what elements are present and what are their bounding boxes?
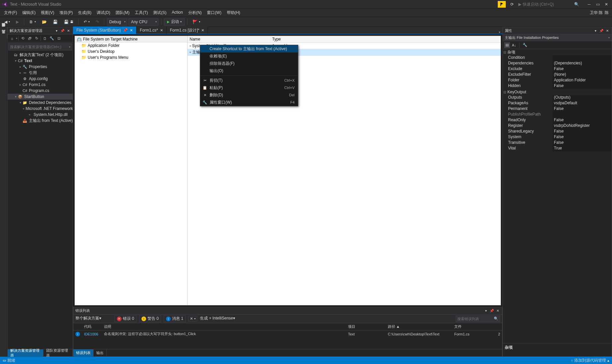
fs-folder[interactable]: 📁User's Programs Menu: [75, 54, 187, 60]
error-col[interactable]: 路径 ▲: [386, 323, 452, 330]
prop-row[interactable]: Dependencies(Dependencies): [503, 61, 612, 66]
context-menu-item[interactable]: 🔧属性窗口(W)F4: [200, 99, 298, 106]
error-col[interactable]: [73, 323, 82, 330]
search-dropdown-icon[interactable]: ▾: [69, 46, 70, 48]
pin-icon[interactable]: 📌: [123, 28, 128, 33]
panel-dropdown-icon[interactable]: ▾: [54, 29, 59, 33]
properties-icon[interactable]: 🔧: [49, 36, 55, 42]
user-badge[interactable]: 陈: [605, 10, 609, 16]
doc-tab[interactable]: File System (StartButton)📌✕: [73, 27, 136, 34]
prop-row[interactable]: VitalTrue: [503, 146, 612, 151]
error-col[interactable]: 项目: [346, 323, 386, 330]
solution-search[interactable]: ▾: [8, 43, 72, 50]
errorlist-close-icon[interactable]: ✕: [495, 309, 500, 313]
search-icon[interactable]: 🔍: [494, 317, 498, 321]
quick-launch-search-icon[interactable]: 🔍: [573, 1, 580, 8]
properties-object[interactable]: 主输出 File Installation Properties: [505, 35, 608, 40]
refresh-icon[interactable]: ↻: [34, 36, 40, 42]
menu-p[interactable]: 项目(P): [57, 9, 75, 17]
menu-action[interactable]: Action: [169, 9, 185, 17]
props-dropdown-icon[interactable]: ▾: [593, 29, 598, 33]
prop-row[interactable]: FolderApplication Folder: [503, 78, 612, 83]
menu-h[interactable]: 帮助(H): [224, 9, 243, 17]
menu-t[interactable]: 工具(T): [132, 9, 150, 17]
menu-m[interactable]: 团队(M): [113, 9, 132, 17]
tab-team-explorer[interactable]: 团队资源管理器: [44, 349, 73, 356]
tree-node[interactable]: ▾📦StartButton: [8, 94, 73, 100]
status-scm[interactable]: ↑ 添加到源代码管理 ▴: [571, 358, 610, 363]
menu-s[interactable]: 测试(S): [150, 9, 169, 17]
platform-combo[interactable]: Any CPU▾: [129, 18, 158, 26]
close-tab-icon[interactable]: ✕: [160, 28, 163, 33]
menu-n[interactable]: 分析(N): [186, 9, 205, 17]
tree-node[interactable]: ▸▫▫引用: [8, 70, 73, 76]
menu-d[interactable]: 调试(D): [94, 9, 113, 17]
messages-filter[interactable]: i消息 1: [164, 315, 186, 322]
save-all-button[interactable]: 💾💾: [61, 18, 76, 26]
server-explorer-tab[interactable]: 服务器资源管理器: [0, 27, 7, 32]
prop-row[interactable]: TransitiveFalse: [503, 140, 612, 146]
menu-e[interactable]: 编辑(E): [20, 9, 38, 17]
prop-row[interactable]: ExcludeFilter(None): [503, 72, 612, 78]
tree-node[interactable]: ▾📁Detected Dependencies: [8, 100, 73, 106]
error-col[interactable]: 说明: [102, 323, 346, 330]
window-close-icon[interactable]: ✕: [603, 1, 610, 8]
tree-node[interactable]: ▫Microsoft .NET Framework: [8, 106, 73, 112]
show-all-icon[interactable]: 🗋: [42, 36, 48, 42]
close-tab-icon[interactable]: ✕: [201, 28, 204, 33]
context-menu-item[interactable]: ✂剪切(T)Ctrl+X: [200, 77, 298, 84]
tree-node[interactable]: 📤主输出 from Text (Active): [8, 118, 73, 124]
tab-output[interactable]: 输出: [94, 349, 107, 356]
col-type[interactable]: Type: [270, 36, 501, 43]
property-grid[interactable]: ⊟杂项ConditionDependencies(Dependencies)Ex…: [503, 49, 612, 343]
open-file-button[interactable]: 📂: [40, 18, 49, 26]
save-button[interactable]: 💾: [50, 18, 60, 26]
error-col[interactable]: 文件: [452, 323, 492, 330]
build-intellisense-combo[interactable]: 生成 + IntelliSense▾: [200, 316, 235, 322]
warnings-filter[interactable]: !警告 0: [139, 315, 161, 322]
clear-filter[interactable]: ✕▾: [188, 316, 197, 321]
property-pages-icon[interactable]: 🔧: [522, 42, 528, 48]
prop-row[interactable]: SystemFalse: [503, 135, 612, 140]
tree-node[interactable]: ⚙App.config: [8, 76, 73, 82]
preview-icon[interactable]: ⊡: [56, 36, 62, 42]
alphabetical-icon[interactable]: A↓: [511, 42, 517, 48]
redo-button[interactable]: ↷: [93, 18, 101, 26]
collapse-icon[interactable]: ⟲: [20, 36, 26, 42]
tree-node[interactable]: C#Program.cs: [8, 88, 73, 94]
context-menu-item[interactable]: Create Shortcut to 主输出 from Text (Active…: [200, 45, 298, 52]
tab-error-list[interactable]: 错误列表: [73, 349, 94, 356]
props-close-icon[interactable]: ✕: [605, 29, 610, 33]
solution-root[interactable]: 🗂解决方案'Text' (2 个项目): [8, 52, 73, 58]
error-search[interactable]: 🔍: [456, 316, 500, 322]
fs-folder[interactable]: 📁User's Desktop: [75, 48, 187, 54]
error-row[interactable]: iIDE1006命名规则冲突: 这些字必须以大写字符开头: button1_Cl…: [73, 330, 502, 338]
errorlist-pin-icon[interactable]: 📌: [489, 309, 494, 313]
col-name[interactable]: Name: [188, 36, 270, 43]
error-col[interactable]: 代码: [82, 323, 102, 330]
new-project-button[interactable]: 🗎 ▾: [27, 18, 38, 26]
config-combo[interactable]: Debug▾: [107, 18, 127, 26]
menu-v[interactable]: 视图(V): [38, 9, 57, 17]
context-menu[interactable]: Create Shortcut to 主输出 from Text (Active…: [200, 45, 298, 106]
prop-row[interactable]: ExcludeFalse: [503, 66, 612, 72]
panel-pin-icon[interactable]: 📌: [60, 29, 65, 33]
props-object-chev-icon[interactable]: ▾: [608, 36, 610, 39]
context-menu-item[interactable]: 依赖项(E): [200, 52, 298, 60]
context-menu-item[interactable]: 输出(O): [200, 67, 298, 74]
prop-row[interactable]: RegistervsdrpDoNotRegister: [503, 123, 612, 129]
solution-search-input[interactable]: [10, 45, 69, 49]
fs-folder[interactable]: 📁Application Folder: [75, 43, 187, 48]
window-minimize-icon[interactable]: ─: [585, 1, 593, 8]
panel-close-icon[interactable]: ✕: [66, 29, 71, 33]
undo-button[interactable]: ↶ ▾: [81, 18, 92, 26]
menu-w[interactable]: 窗口(W): [204, 9, 224, 17]
close-tab-icon[interactable]: ✕: [130, 28, 133, 33]
context-menu-item[interactable]: ✕删除(D)Del: [200, 91, 298, 99]
start-debug-button[interactable]: ▶启动 ▾: [164, 18, 185, 26]
prop-row[interactable]: ReadOnlyFalse: [503, 118, 612, 123]
tree-node[interactable]: ▸C#Form1.cs: [8, 82, 73, 88]
error-col[interactable]: [492, 323, 502, 330]
error-scope-combo[interactable]: 整个解决方案▾: [75, 316, 112, 322]
prop-row[interactable]: Outputs(Outputs): [503, 95, 612, 101]
